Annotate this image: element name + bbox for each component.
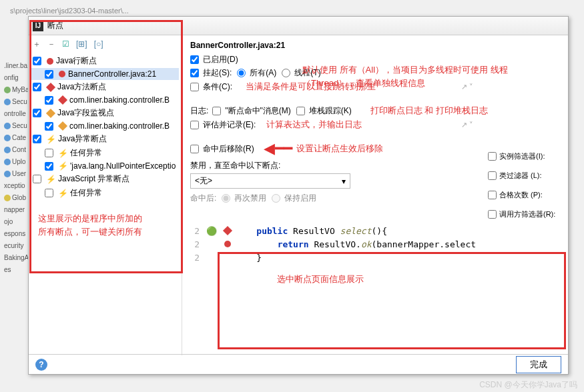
- stack-label: 堆栈跟踪(K): [309, 105, 352, 117]
- tree-item[interactable]: ⚡JavaScript 异常断点: [31, 172, 179, 186]
- instance-filter-checkbox[interactable]: [488, 152, 497, 161]
- tree-checkbox[interactable]: [45, 122, 53, 131]
- stack-checkbox[interactable]: [296, 107, 305, 115]
- bp-type-icon: [46, 82, 55, 91]
- instance-label: 实例筛选器(I):: [499, 151, 545, 161]
- breakpoint-tree[interactable]: Java行断点BannerController.java:21Java方法断点c…: [29, 53, 182, 201]
- tree-item[interactable]: Java行断点: [31, 54, 179, 68]
- tree-checkbox[interactable]: [33, 135, 41, 143]
- tree-item[interactable]: BannerController.java:21: [31, 68, 179, 80]
- tree-checkbox[interactable]: [45, 96, 53, 105]
- tree-label: BannerController.java:21: [68, 69, 156, 79]
- remove-icon[interactable]: －: [47, 39, 55, 50]
- expand-icon[interactable]: ↗ ˅: [461, 83, 473, 91]
- bp-type-icon: [58, 95, 67, 105]
- project-tree-partial: .liner.baonfig MyBa Secu ontrolle Secu C…: [0, 60, 28, 276]
- suspend-checkbox[interactable]: [190, 69, 199, 77]
- tree-checkbox[interactable]: [33, 109, 41, 117]
- annotation-condition: 当满足条件是可以直接跳转到那里: [246, 81, 376, 93]
- annotation-eval: 计算表达式，并输出日志: [266, 119, 362, 131]
- done-button[interactable]: 完成: [516, 356, 561, 373]
- bp-title: BannerController.java:21: [190, 41, 560, 50]
- chevron-down-icon: ▾: [342, 177, 346, 186]
- remove-checkbox[interactable]: [190, 145, 199, 153]
- tree-item[interactable]: ⚡Java异常断点: [31, 132, 179, 146]
- dialog-title: 断点: [47, 20, 63, 31]
- tree-checkbox[interactable]: [45, 189, 53, 197]
- tree-label: Java异常断点: [58, 133, 107, 145]
- group-icon[interactable]: [⊞]: [76, 39, 87, 49]
- remove-label: 命中后移除(R): [203, 143, 254, 155]
- tree-checkbox[interactable]: [33, 57, 41, 65]
- enabled-label: 已启用(D): [203, 54, 238, 65]
- after-label: 命中后:: [190, 193, 216, 204]
- tree-label: Java行断点: [56, 55, 97, 67]
- expand-icon[interactable]: [○]: [94, 39, 103, 49]
- bolt-icon: ⚡: [46, 135, 56, 144]
- right-panel: BannerController.java:21 已启用(D) 挂起(S): 所…: [182, 35, 568, 355]
- tree-checkbox[interactable]: [33, 175, 41, 183]
- disable-until-select[interactable]: <无>▾: [190, 173, 350, 189]
- breakpoints-dialog: IJ 断点 ＋ － ☑ [⊞] [○] Java行断点BannerControl…: [28, 16, 569, 375]
- passcount-checkbox[interactable]: [488, 191, 497, 199]
- tree-item[interactable]: ⚡任何异常: [31, 186, 179, 200]
- bp-type-icon: [59, 71, 65, 77]
- gutter-icon: 🟢: [204, 226, 220, 236]
- arrow-icon: ◀━━: [264, 140, 292, 157]
- enabled-checkbox[interactable]: [190, 55, 199, 64]
- help-icon[interactable]: ?: [35, 359, 47, 371]
- check-icon[interactable]: ☑: [62, 39, 69, 49]
- condition-checkbox[interactable]: [190, 83, 199, 91]
- path-breadcrumb: s\projects\liner\jsd2303-04-master\...: [10, 7, 129, 15]
- tree-label: com.liner.baking.controller.B: [69, 95, 170, 105]
- caller-filter-checkbox[interactable]: [488, 210, 497, 219]
- caller-label: 调用方筛选器(R):: [499, 209, 555, 219]
- tree-item[interactable]: ⚡'java.lang.NullPointerExceptio: [31, 160, 179, 172]
- tree-label: JavaScript 异常断点: [58, 173, 129, 185]
- bp-type-icon: [58, 121, 67, 131]
- ij-icon: IJ: [33, 21, 43, 31]
- left-panel: ＋ － ☑ [⊞] [○] Java行断点BannerController.ja…: [29, 35, 182, 355]
- redisable-label: 再次禁用: [234, 193, 266, 204]
- tree-label: Java字段监视点: [57, 107, 114, 119]
- add-icon[interactable]: ＋: [33, 39, 41, 50]
- tree-item[interactable]: Java字段监视点: [31, 106, 179, 120]
- keep-radio: [272, 194, 280, 203]
- tree-item[interactable]: ⚡任何异常: [31, 146, 179, 160]
- bolt-icon: ⚡: [58, 189, 68, 198]
- method-bp-icon: [223, 226, 232, 235]
- log-label: 日志:: [190, 105, 208, 117]
- filters-column: 实例筛选器(I): 类过滤器 (L): 合格次数 (P): 调用方筛选器(R):: [488, 142, 561, 229]
- bottom-bar: ? 完成: [29, 354, 568, 374]
- bolt-icon: ⚡: [46, 175, 56, 184]
- hitmsg-label: "断点命中"消息(M): [225, 105, 291, 117]
- bolt-icon: ⚡: [58, 149, 68, 158]
- annotation-code: 选中断点页面信息展示: [277, 273, 560, 285]
- annotation-remove: 设置让断点生效后移除: [296, 143, 383, 155]
- tree-checkbox[interactable]: [33, 83, 41, 91]
- tree-label: com.liner.baking.controller.B: [69, 121, 170, 131]
- watermark: CSDN @今天你学Java了吗: [479, 379, 577, 391]
- suspend-all-radio[interactable]: [237, 69, 246, 77]
- tree-checkbox[interactable]: [45, 149, 53, 157]
- tree-label: 任何异常: [70, 147, 102, 159]
- bp-toolbar: ＋ － ☑ [⊞] [○]: [29, 35, 182, 53]
- class-filter-checkbox[interactable]: [488, 171, 497, 180]
- suspend-label: 挂起(S):: [203, 67, 232, 79]
- expand-icon[interactable]: ↗ ˅: [461, 121, 473, 129]
- tree-checkbox[interactable]: [45, 70, 53, 79]
- line-bp-icon: [224, 241, 231, 247]
- tree-label: 'java.lang.NullPointerExceptio: [70, 161, 176, 171]
- none-option: <无>: [195, 175, 212, 187]
- hitmsg-checkbox[interactable]: [212, 107, 221, 115]
- eval-checkbox[interactable]: [190, 121, 199, 129]
- titlebar[interactable]: IJ 断点: [29, 17, 568, 35]
- tree-item[interactable]: com.liner.baking.controller.B: [31, 94, 179, 106]
- tree-item[interactable]: com.liner.baking.controller.B: [31, 120, 179, 132]
- suspend-thread-radio[interactable]: [282, 69, 290, 77]
- tree-item[interactable]: Java方法断点: [31, 80, 179, 94]
- tree-checkbox[interactable]: [45, 162, 53, 171]
- redisable-radio: [222, 194, 230, 203]
- bp-type-icon: [46, 108, 55, 117]
- annotation-log: 打印断点日志 和 打印堆栈日志: [370, 105, 488, 117]
